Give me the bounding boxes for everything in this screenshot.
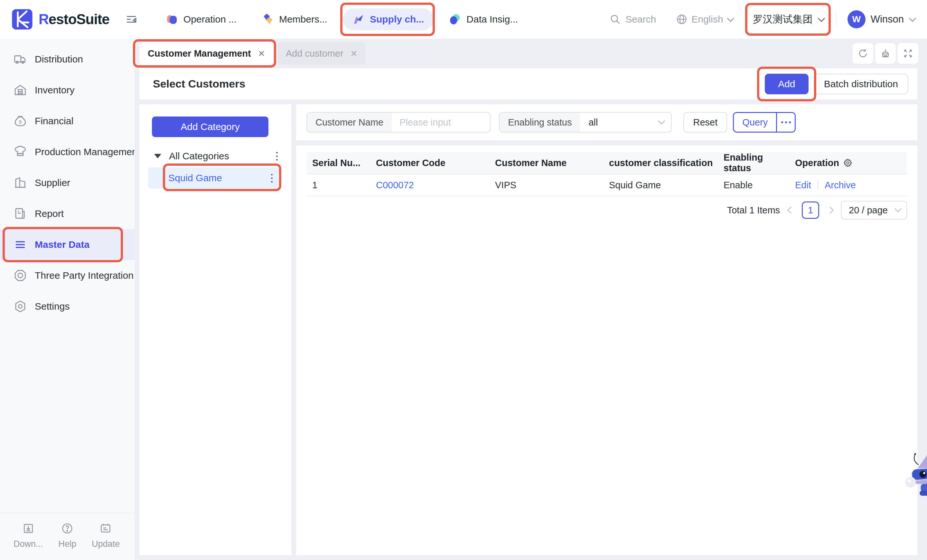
query-button[interactable]: Query: [734, 113, 776, 132]
user-menu[interactable]: W Winson: [848, 10, 914, 28]
tab-customer-management[interactable]: Customer Management: [139, 42, 273, 65]
close-icon[interactable]: [351, 50, 357, 57]
app-root: RestoSuite Operation ... Members...: [0, 0, 927, 560]
column-header-enabling-status: Enabling status: [718, 152, 789, 174]
language-switcher[interactable]: English: [676, 14, 732, 25]
kebab-menu-icon[interactable]: [274, 150, 280, 162]
page-size-select[interactable]: 20 / page: [841, 201, 907, 220]
refresh-button[interactable]: [853, 43, 873, 64]
nav-item-operation[interactable]: Operation ...: [157, 8, 246, 30]
sidebar-item-production-management[interactable]: Production Management: [0, 137, 135, 167]
enabling-status-value: all: [588, 117, 598, 128]
sidebar-item-master-data[interactable]: Master Data: [0, 229, 135, 260]
tree-node-label: All Categories: [169, 150, 229, 162]
page-title: Select Customers: [153, 77, 245, 90]
chef-hat-icon: [14, 145, 27, 159]
fullscreen-button[interactable]: [898, 43, 918, 64]
update-button[interactable]: Update: [92, 522, 120, 549]
sidebar: Distribution Inventory $ Financial Produ…: [0, 39, 135, 560]
download-button[interactable]: Down...: [14, 522, 43, 549]
broom-icon: [880, 48, 891, 59]
batch-distribution-button[interactable]: Batch distribution: [814, 74, 908, 94]
operation-icon: [166, 13, 178, 26]
cell-serial: 1: [306, 175, 370, 196]
download-icon: [22, 522, 35, 534]
help-button[interactable]: Help: [58, 522, 76, 549]
content-row: Add Category All Categories Squid Game: [139, 104, 917, 555]
current-page-button[interactable]: 1: [802, 202, 819, 219]
building-icon: [14, 176, 27, 190]
settings-icon: [14, 300, 27, 313]
page-header: Select Customers Add Batch distribution: [139, 68, 917, 99]
restosuite-logo-icon: [12, 9, 33, 30]
sidebar-item-settings[interactable]: Settings: [0, 291, 135, 322]
sidebar-item-supplier[interactable]: Supplier: [0, 167, 135, 198]
caret-down-icon[interactable]: [154, 154, 161, 158]
tree-node-squid-game[interactable]: Squid Game: [148, 167, 280, 188]
sidebar-item-report[interactable]: Report: [0, 198, 135, 229]
clear-cache-button[interactable]: [875, 43, 896, 64]
sidebar-item-three-party-integration[interactable]: Three Party Integration: [0, 260, 135, 291]
tree-node-label: Squid Game: [148, 173, 222, 184]
more-actions-button[interactable]: [776, 113, 795, 132]
tab-add-customer[interactable]: Add customer: [277, 42, 365, 65]
global-search[interactable]: Search: [609, 14, 656, 25]
brand-logo: RestoSuite: [12, 9, 109, 30]
chevron-down-icon: [658, 117, 665, 124]
nav-label: Data Insig...: [467, 14, 518, 25]
cell-customer-name: VIPS: [489, 175, 603, 196]
sidebar-item-inventory[interactable]: Inventory: [0, 75, 135, 106]
filter-bar: Customer Name Enabling status all Reset: [296, 104, 917, 140]
column-header-operation: Operation: [789, 152, 907, 174]
nav-label: Supply ch...: [370, 14, 424, 25]
page-content: Select Customers Add Batch distribution …: [135, 68, 927, 555]
table-header-row: Serial Nu... Customer Code Customer Name…: [306, 152, 907, 175]
enabling-status-select[interactable]: all: [580, 113, 671, 132]
previous-page-icon[interactable]: [787, 206, 795, 214]
column-header-serial: Serial Nu...: [306, 152, 370, 174]
sidebar-item-distribution[interactable]: Distribution: [0, 44, 135, 75]
organization-name: 罗汉测试集团: [753, 12, 813, 26]
right-column: Customer Name Enabling status all Reset: [296, 104, 917, 555]
nav-item-data-insight[interactable]: Data Insig...: [439, 8, 527, 30]
sidebar-footer: Down... Help Update: [0, 513, 135, 560]
nav-label: Members...: [279, 14, 327, 25]
gear-icon[interactable]: [843, 158, 853, 168]
archive-link[interactable]: Archive: [825, 180, 856, 191]
pagination: Total 1 Items 1 20 / page: [306, 201, 907, 220]
chevron-down-icon: [909, 15, 916, 22]
next-page-icon[interactable]: [827, 206, 834, 214]
report-icon: [14, 207, 27, 220]
page-size-value: 20 / page: [849, 205, 888, 216]
cell-classification: Squid Game: [603, 175, 718, 196]
cell-operation: Edit Archive: [789, 175, 907, 196]
customer-name-filter-label: Customer Name: [307, 113, 392, 132]
nav-item-supply-chain[interactable]: Supply ch...: [343, 8, 433, 30]
robot-mascot: [897, 447, 927, 503]
integration-icon: [14, 269, 27, 282]
user-name: Winson: [871, 14, 904, 25]
add-button[interactable]: Add: [765, 74, 808, 94]
close-icon[interactable]: [258, 50, 264, 57]
sidebar-collapse-icon[interactable]: [122, 10, 140, 28]
table-row[interactable]: 1 C000072 VIPS Squid Game Enable Edit Ar…: [306, 175, 907, 196]
cell-enabling-status: Enable: [718, 175, 789, 196]
edit-link[interactable]: Edit: [795, 180, 811, 191]
sidebar-menu: Distribution Inventory $ Financial Produ…: [0, 39, 135, 322]
customer-name-input[interactable]: [392, 113, 490, 132]
globe-icon: [676, 14, 687, 25]
sidebar-item-financial[interactable]: $ Financial: [0, 106, 135, 137]
column-header-classification: customer classification: [603, 152, 718, 174]
tree-node-all-categories[interactable]: All Categories: [139, 146, 291, 166]
data-insight-icon: [449, 13, 461, 26]
customer-code-link[interactable]: C000072: [376, 180, 414, 191]
add-category-button[interactable]: Add Category: [152, 117, 269, 137]
cell-customer-code: C000072: [370, 175, 489, 196]
reset-button[interactable]: Reset: [683, 112, 727, 133]
header-actions: Add Batch distribution: [765, 74, 908, 94]
enabling-status-filter-label: Enabling status: [500, 113, 580, 132]
organization-switcher[interactable]: 罗汉测试集团: [753, 12, 823, 26]
kebab-menu-icon[interactable]: [269, 172, 275, 184]
nav-item-members[interactable]: Members...: [252, 8, 337, 30]
update-icon: [99, 522, 112, 534]
